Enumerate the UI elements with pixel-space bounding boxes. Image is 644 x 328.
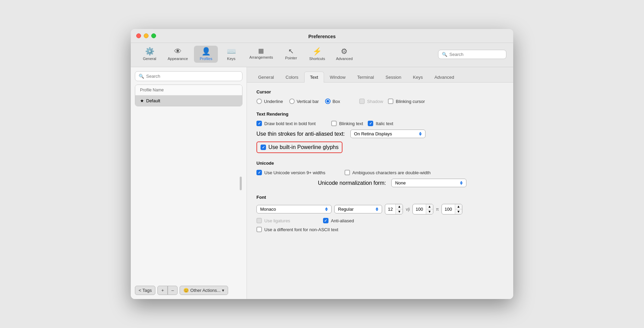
box-radio[interactable] <box>325 99 331 104</box>
font-size-stepper[interactable]: 12 ▲ ▼ <box>385 204 403 214</box>
blinking-cursor-label: Blinking cursor <box>396 99 425 104</box>
cursor-section: Cursor Underline Vertical bar <box>256 89 504 104</box>
blinking-cursor-checkbox[interactable] <box>388 99 393 104</box>
cursor-radio-group: Underline Vertical bar Box <box>256 99 340 104</box>
powerline-checkbox[interactable] <box>261 145 266 150</box>
stepper-buttons: ▲ ▼ <box>395 204 403 214</box>
spacing-h-up-button[interactable]: ▲ <box>455 204 462 209</box>
tab-general[interactable]: General <box>252 72 280 83</box>
spacing-v-stepper[interactable]: 100 ▲ ▼ <box>412 204 433 214</box>
close-button[interactable] <box>136 33 141 38</box>
cursor-vertical-bar-option[interactable]: Vertical bar <box>289 99 319 104</box>
use-ligatures-option[interactable]: Use ligatures <box>256 218 290 223</box>
scrollbar-handle[interactable] <box>240 177 242 190</box>
font-title: Font <box>256 195 504 200</box>
anti-aliased-checkbox[interactable] <box>323 218 328 223</box>
toolbar-item-arrangements[interactable]: ▦ Arrangements <box>244 46 278 63</box>
traffic-lights <box>136 33 156 38</box>
italic-text-checkbox[interactable] <box>368 121 373 126</box>
toolbar-item-keys[interactable]: ⌨️ Keys <box>219 46 243 63</box>
remove-profile-button[interactable]: – <box>168 286 178 295</box>
eye-icon: 👁 <box>174 48 182 55</box>
spacing-h-down-button[interactable]: ▼ <box>455 209 462 214</box>
search-input[interactable] <box>449 52 503 57</box>
use-ligatures-label: Use ligatures <box>264 218 290 223</box>
other-actions-button[interactable]: 😊 Other Actions... ▾ <box>180 286 228 295</box>
maximize-button[interactable] <box>151 33 156 38</box>
tab-terminal[interactable]: Terminal <box>351 72 380 83</box>
blinking-text-checkbox[interactable] <box>331 121 337 126</box>
toolbar-item-general[interactable]: ⚙️ General <box>138 46 162 63</box>
add-profile-button[interactable]: + <box>157 286 168 295</box>
arrow-down-icon <box>419 134 422 136</box>
ambiguous-option[interactable]: Ambiguous characters are double-width <box>345 170 431 175</box>
minimize-button[interactable] <box>144 33 149 38</box>
shadow-label: Shadow <box>367 99 383 104</box>
font-name-arrow-icon <box>325 207 328 211</box>
use-unicode-option[interactable]: Use Unicode version 9+ widths <box>256 170 325 175</box>
tab-text[interactable]: Text <box>304 72 324 83</box>
toolbar-item-appearance[interactable]: 👁 Appearance <box>163 46 193 63</box>
stepper-down-button[interactable]: ▼ <box>396 209 403 214</box>
use-unicode-checkbox[interactable] <box>256 170 262 175</box>
text-rendering-row3: Use built-in Powerline glyphs <box>256 141 504 153</box>
profile-item-default[interactable]: ★ Default <box>135 95 242 106</box>
blinking-text-option[interactable]: Blinking text <box>331 121 363 126</box>
tab-keys[interactable]: Keys <box>407 72 429 83</box>
toolbar-item-pointer[interactable]: ↖ Pointer <box>279 46 303 63</box>
toolbar-item-profiles[interactable]: 👤 Profiles <box>194 46 218 63</box>
arrangements-icon: ▦ <box>258 48 264 54</box>
toolbar-item-advanced[interactable]: ⚙ Advanced <box>331 46 358 63</box>
profiles-list-container: Profile Name ★ Default <box>135 85 242 282</box>
text-rendering-row2: Use thin strokes for anti-aliased text: … <box>256 130 504 138</box>
spacing-v-label: v|i <box>406 207 410 212</box>
toolbar-search[interactable]: 🔍 <box>438 50 506 59</box>
blinking-cursor-option[interactable]: Blinking cursor <box>388 99 425 104</box>
tags-button[interactable]: < Tags <box>135 286 155 295</box>
add-remove-buttons: + – <box>157 286 178 295</box>
draw-bold-option[interactable]: Draw bold text in bold font <box>256 121 316 126</box>
unicode-title: Unicode <box>256 161 504 166</box>
powerline-option-highlighted[interactable]: Use built-in Powerline glyphs <box>256 141 342 153</box>
toolbar-item-shortcuts[interactable]: ⚡ Shortcuts <box>304 46 330 63</box>
use-ligatures-checkbox[interactable] <box>256 218 262 223</box>
font-arrow-down-icon <box>325 209 328 211</box>
vertical-bar-radio[interactable] <box>289 99 295 104</box>
draw-bold-checkbox[interactable] <box>256 121 262 126</box>
shadow-option[interactable]: Shadow <box>359 99 383 104</box>
spacing-v-buttons: ▲ ▼ <box>426 204 433 214</box>
sidebar-search-input[interactable] <box>146 74 239 79</box>
ambiguous-checkbox[interactable] <box>345 170 350 175</box>
text-rendering-section: Text Rendering Draw bold text in bold fo… <box>256 111 504 153</box>
spacing-v-down-button[interactable]: ▼ <box>426 209 433 214</box>
spacing-h-stepper[interactable]: 100 ▲ ▼ <box>442 204 462 214</box>
star-icon: ★ <box>140 98 144 103</box>
non-ascii-label: Use a different font for non-ASCII text <box>264 227 338 232</box>
non-ascii-font-option[interactable]: Use a different font for non-ASCII text <box>256 227 338 232</box>
tab-session[interactable]: Session <box>380 72 407 83</box>
tab-colors[interactable]: Colors <box>280 72 304 83</box>
font-weight-select[interactable]: Regular <box>334 205 382 213</box>
shadow-checkbox[interactable] <box>359 99 365 104</box>
italic-text-option[interactable]: Italic text <box>368 121 393 126</box>
normalization-select[interactable]: None <box>391 179 466 187</box>
toolbar-items: ⚙️ General 👁 Appearance 👤 Profiles ⌨️ Ke… <box>138 46 437 63</box>
font-section: Font Monaco Regular <box>256 195 504 232</box>
main-panel: General Colors Text Window Terminal Sess… <box>247 67 513 299</box>
content-area: 🔍 Profile Name ★ Default < Tags + – <box>131 67 513 299</box>
tab-advanced[interactable]: Advanced <box>429 72 460 83</box>
sidebar-search-container[interactable]: 🔍 <box>135 71 242 81</box>
font-name-select[interactable]: Monaco <box>256 205 332 213</box>
tab-window[interactable]: Window <box>324 72 351 83</box>
powerline-label: Use built-in Powerline glyphs <box>268 144 338 150</box>
thin-strokes-select[interactable]: On Retina Displays <box>350 130 425 138</box>
anti-aliased-option[interactable]: Anti-aliased <box>323 218 354 223</box>
cursor-underline-option[interactable]: Underline <box>256 99 283 104</box>
non-ascii-checkbox[interactable] <box>256 227 262 232</box>
thin-strokes-value: On Retina Displays <box>354 131 417 136</box>
underline-radio[interactable] <box>256 99 262 104</box>
stepper-up-button[interactable]: ▲ <box>396 204 403 209</box>
sidebar: 🔍 Profile Name ★ Default < Tags + – <box>131 67 247 299</box>
cursor-box-option[interactable]: Box <box>325 99 340 104</box>
spacing-v-up-button[interactable]: ▲ <box>426 204 433 209</box>
